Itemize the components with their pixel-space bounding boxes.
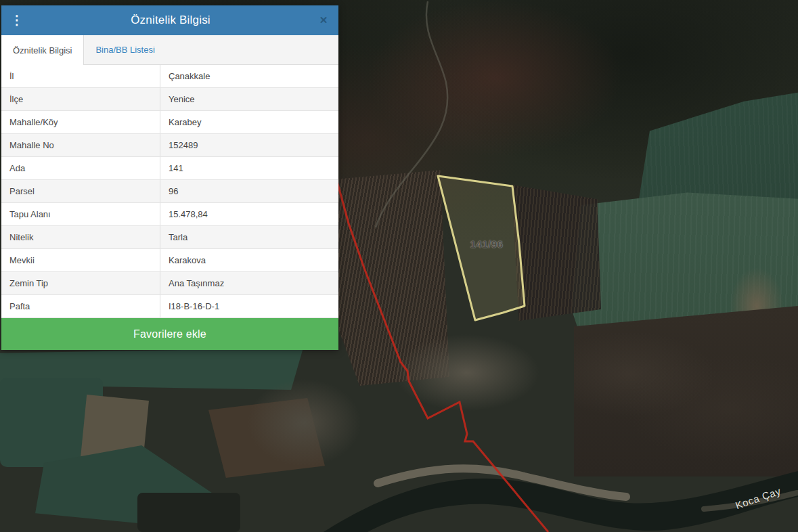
table-row: Ada 141	[1, 157, 338, 180]
map-clearing-region	[231, 367, 377, 479]
river-name-label: Koca Çay	[734, 485, 782, 512]
table-row: Nitelik Tarla	[1, 226, 338, 249]
attribute-info-panel: ⋮ Öznitelik Bilgisi ✕ Öznitelik Bilgisi …	[1, 5, 338, 350]
dirt-road	[376, 1, 447, 227]
panel-header: ⋮ Öznitelik Bilgisi ✕	[1, 5, 338, 35]
row-value: Ana Taşınmaz	[160, 272, 338, 294]
map-scrub-region	[574, 306, 798, 476]
river-sandbar	[378, 468, 626, 497]
row-label: Mahalle No	[1, 134, 160, 156]
row-value: 141	[160, 157, 338, 179]
kebab-menu-icon[interactable]: ⋮	[1, 5, 32, 35]
map-field-region	[80, 395, 149, 470]
map-field-region	[567, 184, 798, 394]
tab-bar: Öznitelik Bilgisi Bina/BB Listesi	[1, 35, 338, 65]
table-row: Zemin Tip Ana Taşınmaz	[1, 272, 338, 295]
row-label: Mahalle/Köy	[1, 111, 160, 133]
row-label: Mevkii	[1, 249, 160, 271]
river	[324, 471, 798, 532]
attribute-table: İl Çanakkale İlçe Yenice Mahalle/Köy Kar…	[1, 65, 338, 318]
row-label: Nitelik	[1, 226, 160, 248]
map-field-region	[629, 87, 798, 234]
row-value: Tarla	[160, 226, 338, 248]
table-row: İl Çanakkale	[1, 65, 338, 88]
row-label: Zemin Tip	[1, 272, 160, 294]
panel-title: Öznitelik Bilgisi	[32, 14, 309, 27]
row-value: 15.478,84	[160, 203, 338, 225]
row-label: İl	[1, 65, 160, 87]
map-field-region	[0, 348, 303, 390]
table-row: Mahalle/Köy Karabey	[1, 111, 338, 134]
row-value: 96	[160, 180, 338, 202]
row-value: I18-B-16-D-1	[160, 295, 338, 317]
table-row: İlçe Yenice	[1, 88, 338, 111]
row-value: Çanakkale	[160, 65, 338, 87]
map-field-region	[35, 445, 213, 525]
row-value: 152489	[160, 134, 338, 156]
map-field-region	[208, 398, 325, 478]
map-field-region	[730, 267, 784, 345]
row-label: Tapu Alanı	[1, 203, 160, 225]
table-row: Mevkii Karakova	[1, 249, 338, 272]
row-value: Karabey	[160, 111, 338, 133]
row-label: Parsel	[1, 180, 160, 202]
table-row: Parsel 96	[1, 180, 338, 203]
tab-oznitelik-bilgisi[interactable]: Öznitelik Bilgisi	[1, 35, 84, 65]
row-label: İlçe	[1, 88, 160, 110]
map-clearing-region	[374, 324, 560, 422]
row-label: Pafta	[1, 295, 160, 317]
table-row: Tapu Alanı 15.478,84	[1, 203, 338, 226]
table-row: Pafta I18-B-16-D-1	[1, 295, 338, 318]
table-row: Mahalle No 152489	[1, 134, 338, 157]
map-field-region	[0, 378, 103, 467]
row-label: Ada	[1, 157, 160, 179]
tab-bina-bb-listesi[interactable]: Bina/BB Listesi	[84, 35, 166, 64]
parcel-number-label: 141/96	[470, 238, 504, 250]
map-plowed-field-region	[334, 161, 449, 386]
map-field-region	[137, 493, 240, 532]
row-value: Karakova	[160, 249, 338, 271]
close-icon[interactable]: ✕	[309, 5, 338, 35]
add-to-favorites-button[interactable]: Favorilere ekle	[1, 318, 338, 350]
row-value: Yenice	[160, 88, 338, 110]
